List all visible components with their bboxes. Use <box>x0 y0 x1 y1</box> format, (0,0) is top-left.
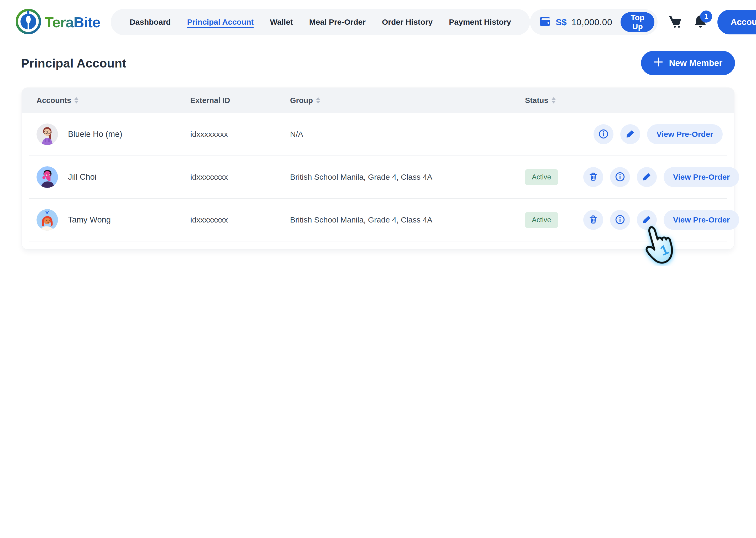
table-row: Blueie Ho (me)idxxxxxxxxN/A View Pre-Ord… <box>22 113 734 155</box>
nav-item-meal-pre-order[interactable]: Meal Pre-Order <box>309 18 366 27</box>
column-label: External ID <box>190 96 230 105</box>
wallet-balance: 10,000.00 <box>571 17 612 27</box>
page-title: Principal Account <box>21 56 126 71</box>
nav-item-payment-history[interactable]: Payment History <box>449 18 511 27</box>
column-label: Status <box>525 96 548 105</box>
status-badge: Active <box>525 212 558 228</box>
nav-item-wallet[interactable]: Wallet <box>270 18 293 27</box>
main-nav: DashboardPrincipal AccountWalletMeal Pre… <box>111 9 530 35</box>
account-name: Jill Choi <box>68 172 97 182</box>
info-icon <box>598 129 609 140</box>
cart-icon <box>667 14 683 31</box>
avatar <box>36 124 58 145</box>
status-cell: Active <box>525 212 583 228</box>
external-id: idxxxxxxxx <box>190 130 290 139</box>
pencil-icon <box>641 214 652 226</box>
brand-name: TeraBite <box>45 14 100 31</box>
edit-button[interactable] <box>637 210 657 230</box>
delete-button[interactable] <box>583 167 603 187</box>
cart-button[interactable] <box>667 14 683 31</box>
wallet-balance-pill[interactable]: S$ 10,000.00 Top Up <box>530 9 658 35</box>
column-label: Accounts <box>36 96 71 105</box>
top-up-button[interactable]: Top Up <box>621 12 654 32</box>
new-member-label: New Member <box>669 58 722 68</box>
nav-item-order-history[interactable]: Order History <box>382 18 433 27</box>
group: British School Manila, Grade 4, Class 4A <box>290 173 525 182</box>
account-button[interactable]: Account <box>717 10 756 34</box>
status-badge: Active <box>525 169 558 185</box>
info-button[interactable] <box>610 210 630 230</box>
navbar-right: S$ 10,000.00 Top Up 1 Account <box>530 9 756 35</box>
sort-icon[interactable] <box>316 97 320 103</box>
account-name: Tamy Wong <box>68 215 111 225</box>
view-preorder-button[interactable]: View Pre-Order <box>647 124 723 144</box>
brand-logo[interactable]: TeraBite <box>16 9 100 35</box>
info-icon <box>615 171 626 183</box>
wallet-currency: S$ <box>556 17 567 27</box>
table-header-row: Accounts External IDGroup Status <box>22 88 734 113</box>
table-body: Blueie Ho (me)idxxxxxxxxN/A View Pre-Ord… <box>22 113 734 242</box>
view-preorder-button[interactable]: View Pre-Order <box>664 167 739 187</box>
status-cell: Active <box>525 169 583 185</box>
pencil-icon <box>625 129 636 140</box>
new-member-button[interactable]: New Member <box>641 51 735 75</box>
wallet-icon <box>539 16 551 28</box>
table-row: Jill ChoiidxxxxxxxxBritish School Manila… <box>22 156 734 198</box>
sort-icon[interactable] <box>551 97 556 103</box>
group: N/A <box>290 130 525 139</box>
external-id: idxxxxxxxx <box>190 215 290 224</box>
info-icon <box>615 214 626 226</box>
page-header: Principal Account New Member <box>0 51 756 75</box>
nav-item-dashboard[interactable]: Dashboard <box>130 18 171 27</box>
row-divider <box>29 241 727 242</box>
brand-logo-icon <box>16 9 41 35</box>
trash-icon <box>588 172 598 183</box>
column-header-accounts[interactable]: Accounts <box>36 96 190 105</box>
avatar <box>36 166 58 188</box>
notifications-button[interactable]: 1 <box>693 14 708 30</box>
group: British School Manila, Grade 4, Class 4A <box>290 215 525 224</box>
sort-icon[interactable] <box>74 97 78 103</box>
column-header-group[interactable]: Group <box>290 96 525 105</box>
nav-item-principal-account[interactable]: Principal Account <box>187 18 254 27</box>
plus-icon <box>654 57 663 69</box>
avatar <box>36 209 58 231</box>
external-id: idxxxxxxxx <box>190 173 290 182</box>
pencil-icon <box>641 172 652 183</box>
info-button[interactable] <box>610 167 630 187</box>
notification-count-badge: 1 <box>700 11 712 23</box>
view-preorder-button[interactable]: View Pre-Order <box>664 210 739 230</box>
column-header-external-id: External ID <box>190 96 290 105</box>
accounts-table: Accounts External IDGroup Status Blueie … <box>22 88 734 249</box>
top-navbar: TeraBite DashboardPrincipal AccountWalle… <box>0 0 756 36</box>
delete-button[interactable] <box>583 210 603 230</box>
account-name: Blueie Ho (me) <box>68 130 122 139</box>
edit-button[interactable] <box>620 124 640 144</box>
table-row: Tamy WongidxxxxxxxxBritish School Manila… <box>22 198 734 241</box>
trash-icon <box>588 214 598 226</box>
column-header-status[interactable]: Status <box>525 96 583 105</box>
edit-button[interactable] <box>637 167 657 187</box>
info-button[interactable] <box>593 124 613 144</box>
column-label: Group <box>290 96 313 105</box>
